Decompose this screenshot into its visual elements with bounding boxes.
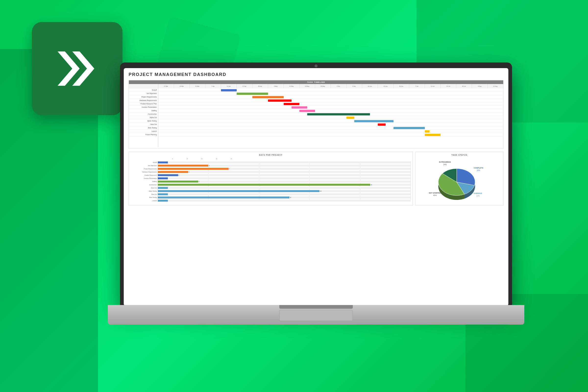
- gantt-date-cell: 21-Jul: [440, 84, 456, 88]
- bar-fill: [158, 184, 370, 186]
- bar-grid-label: 20: [216, 158, 217, 160]
- gantt-label-alpha-testing: Alpha Testing: [129, 119, 158, 123]
- gantt-date-cell: 14-Jul: [425, 84, 440, 88]
- gantt-task-row: [158, 95, 503, 99]
- bar-track: 2: [158, 174, 410, 176]
- laptop-container: PROJECT MANAGEMENT DASHBOARD TASK TIMELI…: [68, 39, 564, 355]
- gantt-date-cell: 2-Jun: [331, 84, 346, 88]
- bar-row: Beta Out: [131, 193, 410, 196]
- gantt-label-header: [129, 84, 158, 88]
- laptop-base: [108, 305, 524, 324]
- bar-track: 7: [158, 168, 410, 170]
- gantt-bar: [268, 100, 292, 102]
- gantt-bar: [378, 124, 386, 126]
- gantt-task-row: [158, 126, 503, 130]
- bar-row-label: Set Objectives: [131, 165, 158, 166]
- bar-fill: [158, 162, 168, 164]
- gantt-date-cell: 17-Mar: [158, 84, 174, 88]
- bar-track: [158, 178, 410, 179]
- bar-fill: [158, 193, 168, 195]
- gantt-bar: [252, 96, 284, 98]
- bar-track: 3: [158, 171, 410, 173]
- bar-row-label: Hardware Requirements: [131, 171, 158, 173]
- bar-value-label: 3: [189, 171, 190, 173]
- bar-grid-label: 15: [201, 158, 202, 160]
- pie-label: NOT STARTED: [429, 192, 441, 194]
- dashboard-title: PROJECT MANAGEMENT DASHBOARD: [128, 72, 504, 77]
- bar-value-label: 16: [320, 190, 322, 192]
- laptop-hinge: [279, 305, 353, 309]
- gantt-label-investor: Investor Presentation: [129, 106, 158, 109]
- gantt-bar: [284, 103, 300, 105]
- gantt-task-row: [158, 112, 503, 116]
- gantt-date-cell: 14-Apr: [221, 84, 237, 88]
- gantt-bar: [425, 130, 430, 132]
- gantt-task-row: [158, 116, 503, 119]
- gantt-label-future: Future Planning: [129, 133, 158, 136]
- gantt-task-row: [158, 92, 503, 95]
- pie-chart-container: COMPLETE29%OVERDUE14%NOT STARTED43%IN PR…: [418, 158, 501, 202]
- bar-row: Kickoff: [131, 161, 410, 164]
- gantt-bar: [300, 110, 315, 112]
- bar-row-label: Kickoff: [131, 162, 158, 163]
- bar-track: [158, 187, 410, 189]
- bar-grid-line: [410, 161, 411, 200]
- bar-value-label: 5: [209, 165, 210, 166]
- bar-value-label: 2: [178, 174, 179, 176]
- bar-chart-content: 510152025KickoffSet Objectives5Project R…: [131, 158, 410, 200]
- bar-fill: [158, 165, 208, 166]
- bar-fill: [158, 171, 188, 173]
- bar-row-label: Beta Testing: [131, 197, 158, 198]
- bar-row-label: Investor Presentation: [131, 178, 158, 179]
- gantt-task-row: [158, 133, 503, 136]
- bar-row-label: Launch: [131, 200, 158, 202]
- gantt-content: Kickoff Set Objectives Project Requireme…: [129, 84, 503, 147]
- bar-row-label: Beta Out: [131, 194, 158, 195]
- gantt-task-row: [158, 102, 503, 106]
- gantt-header: TASK TIMELINE: [129, 80, 503, 84]
- gantt-bar: [221, 89, 237, 92]
- gantt-label-construction: Construction: [129, 112, 158, 116]
- pie-percentage: 14%: [476, 195, 480, 197]
- gantt-label-finalize: Finalize Resource Plan: [129, 102, 158, 106]
- pie-percentage: 43%: [433, 194, 436, 196]
- bar-row-label: Construction: [131, 184, 158, 186]
- gantt-bar: [394, 127, 425, 129]
- pie-percentage: 14%: [443, 164, 447, 166]
- bar-fill: [158, 190, 320, 192]
- bar-row: Alpha Testing16: [131, 190, 410, 192]
- gantt-label-hardware-req: Hardware Requirements: [129, 99, 158, 102]
- bar-value-label: 21: [371, 184, 372, 186]
- bar-row: Investor Presentation: [131, 177, 410, 180]
- bar-row: Set Objectives5: [131, 164, 410, 167]
- gantt-label-set-objectives: Set Objectives: [129, 92, 158, 95]
- gantt-task-row: [158, 106, 503, 109]
- bar-track: 16: [158, 190, 410, 192]
- laptop-screen: PROJECT MANAGEMENT DASHBOARD TASK TIMELI…: [124, 68, 508, 306]
- pie-percentage: 29%: [477, 170, 480, 171]
- bar-grid-label: 5: [172, 158, 173, 160]
- bar-track: 4: [158, 180, 410, 182]
- gantt-date-cell: 28-Jul: [456, 84, 472, 88]
- bar-track: 5: [158, 165, 410, 166]
- gantt-bar: [346, 116, 354, 119]
- gantt-label-beta-testing: Beta Testing: [129, 126, 158, 130]
- gantt-date-cell: 23-Jun: [378, 84, 394, 88]
- bar-row: Project Requirements7: [131, 167, 410, 170]
- gantt-date-cell: 7-Apr: [205, 84, 221, 88]
- gantt-label-alpha-out: Alpha Out: [129, 116, 158, 119]
- bar-row-label: Alpha Testing: [131, 190, 158, 192]
- bar-chart-title: DAYS PER PROJECT: [131, 154, 410, 156]
- laptop: PROJECT MANAGEMENT DASHBOARD TASK TIMELI…: [108, 62, 524, 332]
- pie-chart-svg: COMPLETE29%OVERDUE14%NOT STARTED43%IN PR…: [418, 158, 501, 204]
- gantt-date-cell: 7-Jul: [409, 84, 425, 88]
- gantt-date-cell: 30-Jun: [394, 84, 409, 88]
- pie-label: COMPLETE: [474, 167, 483, 169]
- gantt-bar: [292, 106, 307, 108]
- bar-value-label: 13: [290, 197, 291, 198]
- bar-track: 13: [158, 196, 410, 198]
- gantt-bar: [237, 92, 268, 95]
- charts-section: DAYS PER PROJECT 510152025KickoffSet Obj…: [128, 152, 504, 206]
- bar-row: Staffing4: [131, 180, 410, 183]
- pie-label: OVERDUE: [474, 192, 482, 194]
